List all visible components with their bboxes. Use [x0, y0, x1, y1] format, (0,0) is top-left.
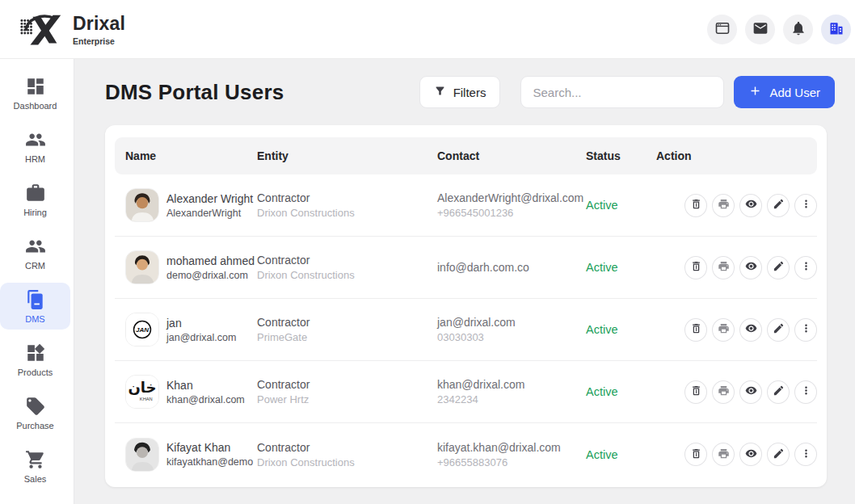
sidebar-item-pos[interactable]: POS: [0, 496, 70, 504]
notifications-button[interactable]: [783, 15, 813, 44]
mail-icon: [752, 20, 769, 39]
delete-button[interactable]: [684, 443, 707, 466]
more-button[interactable]: [794, 443, 817, 466]
sidebar-item-hrm[interactable]: HRM: [0, 123, 70, 170]
view-button[interactable]: [739, 194, 762, 217]
edit-button[interactable]: [767, 256, 790, 279]
brand-tagline: Enterprise: [73, 36, 125, 46]
trash-icon: [690, 322, 702, 337]
tag-icon: [25, 396, 46, 417]
view-button[interactable]: [739, 256, 762, 279]
sidebar-item-dashboard[interactable]: Dashboard: [0, 69, 70, 116]
print-button[interactable]: [712, 256, 735, 279]
people-icon: [25, 236, 46, 257]
more-vertical-icon: [800, 384, 812, 399]
entity-type: Contractor: [257, 254, 427, 267]
sidebar-item-dms[interactable]: DMS: [0, 283, 70, 330]
user-subtext: khan@drixal.com: [166, 394, 245, 405]
delete-button[interactable]: [684, 380, 707, 404]
pencil-icon: [773, 260, 785, 275]
window-button[interactable]: [707, 15, 737, 44]
trash-icon: [690, 384, 702, 399]
sidebar-item-label: CRM: [25, 261, 45, 271]
more-vertical-icon: [800, 322, 812, 337]
delete-button[interactable]: [684, 318, 707, 342]
print-button[interactable]: [712, 443, 735, 466]
sidebar-item-products[interactable]: Products: [0, 336, 70, 383]
eye-icon: [745, 322, 757, 337]
sidebar-item-label: Dashboard: [14, 101, 57, 111]
sidebar-item-crm[interactable]: CRM: [0, 229, 70, 276]
mail-button[interactable]: [745, 15, 775, 44]
pencil-icon: [773, 447, 785, 462]
header-actions: [707, 15, 851, 44]
contact-phone: 03030303: [437, 331, 575, 343]
search-input[interactable]: [520, 76, 724, 108]
window-icon: [714, 20, 731, 39]
sidebar-item-label: HRM: [25, 154, 45, 164]
printer-icon: [718, 260, 730, 275]
svg-text:KHAN: KHAN: [140, 397, 153, 401]
print-button[interactable]: [712, 194, 735, 217]
trash-icon: [690, 198, 702, 212]
column-header-entity: Entity: [246, 149, 427, 162]
sidebar-item-sales[interactable]: Sales: [0, 443, 70, 489]
dashboard-icon: [25, 76, 46, 97]
view-button[interactable]: [739, 443, 762, 466]
edit-button[interactable]: [767, 380, 790, 404]
more-vertical-icon: [800, 447, 812, 462]
svg-text:JAN: JAN: [136, 326, 149, 334]
pencil-icon: [773, 322, 785, 337]
printer-icon: [718, 198, 730, 212]
svg-text:خان: خان: [128, 379, 156, 396]
status-badge: Active: [586, 199, 618, 212]
entity-type: Contractor: [257, 316, 427, 329]
printer-icon: [718, 322, 730, 337]
entity-type: Contractor: [257, 441, 427, 454]
edit-button[interactable]: [767, 194, 790, 217]
photo-man2-avatar: [125, 250, 159, 284]
contact-email: info@darh.com.co: [437, 261, 575, 274]
delete-button[interactable]: [684, 194, 707, 217]
add-user-button[interactable]: Add User: [734, 76, 835, 108]
sidebar-item-hiring[interactable]: Hiring: [0, 176, 70, 223]
status-badge: Active: [586, 448, 618, 461]
building-icon: [828, 20, 844, 39]
sidebar-item-label: Hiring: [23, 208, 47, 217]
status-badge: Active: [586, 323, 618, 336]
contact-phone: 2342234: [437, 393, 575, 405]
edit-button[interactable]: [767, 443, 790, 466]
user-name: Alexander Wright: [166, 192, 253, 205]
column-header-contact: Contact: [427, 149, 575, 162]
contact-email: AlexanderWright@drixal.com: [437, 191, 575, 204]
entity-name: Drixon Constructions: [257, 269, 427, 281]
main-content: DMS Portal Users Filters Add User NameEn…: [74, 59, 855, 504]
sidebar-item-purchase[interactable]: Purchase: [0, 389, 70, 436]
view-button[interactable]: [739, 318, 762, 342]
print-button[interactable]: [712, 380, 735, 404]
entity-type: Contractor: [257, 378, 427, 391]
column-header-action: Action: [646, 149, 817, 162]
view-button[interactable]: [739, 380, 762, 404]
table-row: Kifayat Khan kifayatkhan@demo Contractor…: [115, 423, 817, 485]
briefcase-icon: [25, 183, 46, 204]
more-vertical-icon: [800, 198, 812, 212]
more-button[interactable]: [794, 256, 817, 279]
more-button[interactable]: [794, 194, 817, 217]
logo-jan-avatar: JAN: [125, 313, 159, 346]
more-button[interactable]: [794, 318, 817, 342]
more-button[interactable]: [794, 380, 817, 404]
filters-button-label: Filters: [453, 86, 486, 99]
company-button[interactable]: [821, 15, 851, 44]
page-header: DMS Portal Users Filters Add User: [105, 59, 835, 125]
sidebar-item-label: Products: [18, 368, 53, 377]
drixal-x-logo: [19, 10, 66, 48]
pencil-icon: [773, 198, 785, 212]
delete-button[interactable]: [684, 256, 707, 279]
print-button[interactable]: [712, 318, 735, 342]
eye-icon: [745, 384, 757, 399]
contact-email: kifayat.khan@drixal.com: [437, 441, 575, 454]
filters-button[interactable]: Filters: [419, 76, 501, 108]
filter-funnel-icon: [434, 85, 446, 99]
edit-button[interactable]: [767, 318, 790, 342]
